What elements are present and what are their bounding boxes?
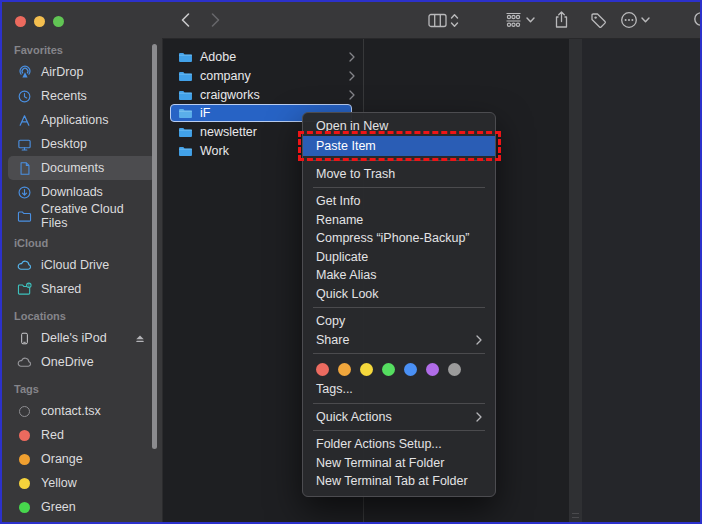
menu-separator [313, 187, 485, 188]
more-options-button[interactable] [620, 10, 650, 30]
sidebar-item-label: iCloud Drive [41, 258, 109, 272]
yellow-tag-dot[interactable] [360, 363, 373, 376]
menu-item-get-info[interactable]: Get Info [303, 192, 495, 211]
red-tag-icon [19, 430, 30, 441]
sidebar-item-documents[interactable]: Documents [8, 156, 156, 180]
sidebar-tag-yellow[interactable]: Yellow [8, 471, 156, 495]
sidebar-item-downloads[interactable]: Downloads [8, 180, 156, 204]
shared-folder-icon [16, 281, 33, 297]
sidebar-item-label: Orange [41, 452, 83, 466]
sidebar-item-shared[interactable]: Shared [8, 277, 156, 301]
sidebar-tag-green[interactable]: Green [8, 495, 156, 519]
sidebar-item-label: Creative Cloud Files [41, 202, 146, 230]
sidebar-item-delles-ipod[interactable]: Delle's iPod [8, 326, 156, 350]
sidebar-scrollbar[interactable] [152, 44, 157, 449]
back-button[interactable] [180, 10, 191, 30]
columns-view-icon [428, 13, 447, 28]
menu-item-move-to-trash[interactable]: Move to Trash [303, 165, 495, 184]
sidebar-item-icloud-drive[interactable]: iCloud Drive [8, 253, 156, 277]
sidebar-section-favorites: Favorites [2, 44, 162, 58]
menu-separator [313, 430, 485, 431]
blue-tag-dot[interactable] [404, 363, 417, 376]
sidebar-item-label: AirDrop [41, 65, 83, 79]
submenu-chevron-icon [476, 335, 482, 345]
menu-item-open-in-new[interactable]: Open in New [303, 117, 495, 136]
sidebar-item-airdrop[interactable]: AirDrop [8, 60, 156, 84]
column-resize-handle[interactable] [569, 39, 582, 522]
menu-item-quick-look[interactable]: Quick Look [303, 285, 495, 304]
menu-item-duplicate[interactable]: Duplicate [303, 248, 495, 267]
folder-icon [178, 107, 193, 119]
menu-separator [313, 403, 485, 404]
minimize-button[interactable] [34, 16, 45, 27]
menu-separator [313, 307, 485, 308]
sidebar-item-recents[interactable]: iCloud Drive Recents [8, 84, 156, 108]
group-by-button[interactable] [504, 10, 535, 30]
file-name: newsletter [200, 125, 257, 139]
tag-button[interactable] [590, 10, 607, 30]
orange-tag-dot[interactable] [338, 363, 351, 376]
sidebar-item-creative-cloud-files[interactable]: Creative Cloud Files [8, 204, 156, 228]
file-name: iF [200, 106, 210, 120]
sidebar-item-label: OneDrive [41, 355, 94, 369]
sidebar-item-label: Desktop [41, 137, 87, 151]
sidebar-item-label: Red [41, 428, 64, 442]
menu-item-paste-item[interactable]: Paste Item [303, 136, 495, 156]
menu-item-tags[interactable]: Tags... [303, 380, 495, 399]
chevron-up-down-icon [450, 13, 459, 28]
menu-item-compress[interactable]: Compress “iPhone-Backup” [303, 229, 495, 248]
cloud-icon [16, 257, 33, 273]
sidebar-item-label: Downloads [41, 185, 103, 199]
menu-item-folder-actions-setup[interactable]: Folder Actions Setup... [303, 435, 495, 454]
file-name: Work [200, 144, 229, 158]
menu-separator [313, 160, 485, 161]
gray-tag-dot[interactable] [448, 363, 461, 376]
green-tag-dot[interactable] [382, 363, 395, 376]
chevron-down-icon [526, 17, 535, 23]
sidebar-item-label: Documents [41, 161, 104, 175]
airdrop-icon [16, 64, 33, 80]
chevron-right-icon [349, 52, 355, 62]
onedrive-cloud-icon [16, 354, 33, 370]
red-tag-dot[interactable] [316, 363, 329, 376]
file-row-craigworks[interactable]: craigworks [163, 85, 363, 104]
menu-item-rename[interactable]: Rename [303, 211, 495, 230]
file-row-company[interactable]: company [163, 66, 363, 85]
sidebar-item-onedrive[interactable]: OneDrive [8, 350, 156, 374]
eject-icon[interactable] [134, 333, 146, 344]
file-name: craigworks [200, 88, 260, 102]
file-row-adobe[interactable]: Adobe [163, 47, 363, 66]
sidebar-tag-orange[interactable]: Orange [8, 447, 156, 471]
toolbar [162, 2, 700, 39]
context-menu: Open in New Paste Item Move to Trash Get… [302, 112, 496, 497]
sidebar: Favorites AirDrop iCloud Drive Recents A… [2, 2, 163, 522]
sidebar-section-icloud: iCloud [2, 237, 162, 251]
folder-icon [178, 51, 193, 63]
purple-tag-dot[interactable] [426, 363, 439, 376]
zoom-button[interactable] [53, 16, 64, 27]
sidebar-tag-red[interactable]: Red [8, 423, 156, 447]
chevron-right-icon [349, 90, 355, 100]
downloads-icon [16, 184, 33, 200]
sidebar-tag-contact[interactable]: contact.tsx [8, 399, 156, 423]
ellipsis-circle-icon [620, 11, 638, 29]
view-mode-button[interactable] [428, 10, 459, 30]
menu-item-copy[interactable]: Copy [303, 312, 495, 331]
menu-item-new-terminal-tab-at-folder[interactable]: New Terminal Tab at Folder [303, 472, 495, 491]
sidebar-item-label: Yellow [41, 476, 77, 490]
chevron-down-icon [641, 17, 650, 23]
menu-item-share[interactable]: Share [303, 331, 495, 350]
close-button[interactable] [15, 16, 26, 27]
forward-button[interactable] [210, 10, 221, 30]
menu-item-new-terminal-at-folder[interactable]: New Terminal at Folder [303, 454, 495, 473]
menu-item-make-alias[interactable]: Make Alias [303, 266, 495, 285]
sidebar-item-desktop[interactable]: Desktop [8, 132, 156, 156]
share-button[interactable] [554, 10, 569, 30]
folder-icon [178, 70, 193, 82]
file-name: company [200, 69, 251, 83]
search-button[interactable] [693, 10, 700, 30]
sidebar-item-applications[interactable]: Applications [8, 108, 156, 132]
folder-icon [16, 208, 33, 224]
document-icon [16, 160, 33, 176]
menu-item-quick-actions[interactable]: Quick Actions [303, 408, 495, 427]
